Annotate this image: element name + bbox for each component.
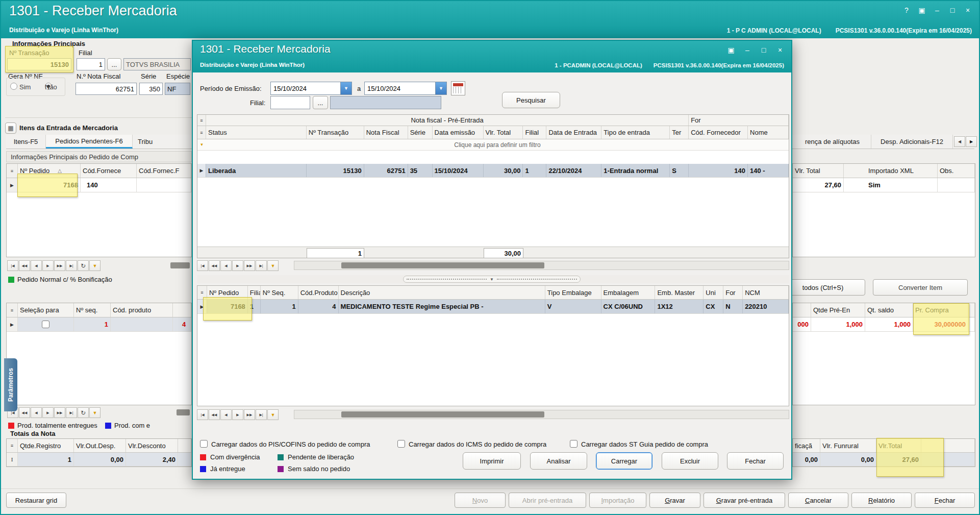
tab-pedidos-pendentes-f6[interactable]: Pedidos Pendentes-F6 <box>46 135 133 149</box>
modal-titlebar[interactable]: 1301 - Receber Mercadoria Distribuição e… <box>193 41 791 72</box>
col-header-nota-fiscal[interactable]: Nota Fiscal <box>364 126 408 139</box>
tab-diferenca-aliquotas[interactable]: rença de alíquotas <box>794 135 871 149</box>
pesquisar-button[interactable]: Pesquisar <box>502 92 560 108</box>
nota-fiscal-input[interactable]: 62751 <box>76 83 137 95</box>
gravar-pre-entrada-button[interactable]: Gravar pré-entrada <box>703 493 785 508</box>
col-header-data-emissao[interactable]: Data emissão <box>433 126 484 139</box>
restaurar-grid-button[interactable]: Restaurar grid <box>6 493 66 508</box>
filter-funnel-icon[interactable]: ▼ <box>267 409 279 420</box>
col-header-qtde-registro[interactable]: Qtde.Registro <box>18 439 74 452</box>
col-header-no-seq[interactable]: Nº seq. <box>74 303 111 317</box>
nav-next-page-icon[interactable]: ▶▶ <box>244 260 255 271</box>
refresh-icon[interactable]: ↻ <box>78 407 89 418</box>
totais-row[interactable]: I 1 0,00 2,40 <box>7 453 191 467</box>
minimize-icon[interactable]: – <box>742 45 752 55</box>
imprimir-button[interactable]: Imprimir <box>463 452 521 470</box>
especie-input[interactable]: NF <box>165 83 190 95</box>
col-header-importado-xml[interactable]: Importado XML <box>844 164 938 178</box>
splitter[interactable]: ▼ <box>197 275 789 283</box>
col-header-tipo-entrada[interactable]: Tipo de entrada <box>601 126 670 139</box>
splitter-collapse-icon[interactable]: ▼ <box>490 277 494 282</box>
filter-funnel-icon[interactable]: ▼ <box>89 260 100 271</box>
col-header-selecao[interactable]: Seleção para <box>18 303 74 317</box>
nav-prev-page-icon[interactable]: ◀◀ <box>209 409 220 420</box>
pis-cofins-checkbox[interactable] <box>200 440 208 448</box>
col-header-cod-produto[interactable]: Cód. produto <box>111 303 173 317</box>
parametros-tab[interactable]: Parâmetros <box>4 358 17 411</box>
cancelar-button[interactable]: Cancelar <box>788 493 848 508</box>
selecao-checkbox[interactable] <box>42 321 49 328</box>
col-header-filial[interactable]: Filial <box>523 126 546 139</box>
tab-tributacao[interactable]: Tribu <box>133 135 197 149</box>
col-header-cod-fornece[interactable]: Cód.Fornece <box>81 164 137 178</box>
close-icon[interactable]: × <box>963 5 973 15</box>
nav-next-icon[interactable]: ▶ <box>42 260 54 271</box>
filial-browse-button[interactable]: ... <box>107 58 121 70</box>
abrir-pre-entrada-button[interactable]: Abrir pré-entrada <box>509 493 586 508</box>
col-header-pr-compra[interactable]: Pr. Compra <box>913 303 968 317</box>
nav-prev-icon[interactable]: ◀ <box>31 407 42 418</box>
serie-input[interactable]: 350 <box>139 83 163 95</box>
col-header-embalagem[interactable]: Embalagem <box>601 286 656 299</box>
col-header-no-pedido[interactable]: Nº Pedido △ <box>18 164 81 178</box>
nav-next-page-icon[interactable]: ▶▶ <box>54 260 65 271</box>
nav-last-icon[interactable]: ▶| <box>66 407 77 418</box>
nav-prev-page-icon[interactable]: ◀◀ <box>209 260 220 271</box>
nav-next-icon[interactable]: ▶ <box>232 260 243 271</box>
grid-pedidos-hscroll[interactable] <box>170 262 190 268</box>
filter-funnel-icon[interactable]: ▼ <box>89 407 100 418</box>
col-header-no-pedido[interactable]: Nº Pedido <box>207 286 248 299</box>
excluir-button[interactable]: Excluir <box>662 452 718 470</box>
nav-first-icon[interactable]: |◀ <box>7 260 18 271</box>
col-header-cod-produto[interactable]: Cód.Produto <box>298 286 339 299</box>
tab-desp-adicionais-f12[interactable]: Desp. Adicionais-F12 <box>871 135 953 149</box>
nav-last-icon[interactable]: ▶| <box>256 260 267 271</box>
col-header-vlr-desconto[interactable]: Vlr.Desconto <box>126 439 178 452</box>
nav-prev-page-icon[interactable]: ◀◀ <box>19 260 30 271</box>
analisar-button[interactable]: Analisar <box>530 452 587 470</box>
col-header-status[interactable]: Status <box>206 126 307 139</box>
st-guia-checkbox[interactable] <box>570 440 577 448</box>
modal-filial-browse-button[interactable]: ... <box>313 96 328 109</box>
transacao-input[interactable]: 15130 <box>7 58 71 70</box>
minimize-icon[interactable]: – <box>932 5 942 15</box>
col-header-serie[interactable]: Série <box>408 126 433 139</box>
fechar-modal-button[interactable]: Fechar <box>727 452 784 470</box>
col-header-no-transacao[interactable]: Nº Transação <box>307 126 364 139</box>
chevron-down-icon[interactable]: ▼ <box>435 82 446 94</box>
col-header-no-seq[interactable]: Nº Seq. <box>261 286 298 299</box>
col-header-unidade[interactable]: Uni <box>703 286 723 299</box>
tab-scroll-right-icon[interactable]: ▶ <box>966 136 977 147</box>
refresh-icon[interactable]: ↻ <box>78 260 89 271</box>
grid-filter-row[interactable]: ▼ Clique aqui para definir um filtro <box>197 139 789 151</box>
filter-funnel-icon[interactable]: ▼ <box>267 260 279 271</box>
nav-next-icon[interactable]: ▶ <box>232 409 243 420</box>
col-header-vlr-out-desp[interactable]: Vlr.Out.Desp. <box>74 439 126 452</box>
col-header-vlr-total[interactable]: Vlr. Total <box>484 126 523 139</box>
grid-window-icon[interactable]: ▦ <box>5 122 16 134</box>
col-header-obs[interactable]: Obs. <box>938 164 975 178</box>
restore-icon[interactable]: ▣ <box>726 45 736 55</box>
tab-scroll-left-icon[interactable]: ◀ <box>954 136 965 147</box>
col-header-cod-fornec-f[interactable]: Cód.Fornec.F <box>137 164 191 178</box>
maximize-icon[interactable]: □ <box>947 5 958 15</box>
tab-itens-f5[interactable]: Itens-F5 <box>6 135 46 149</box>
grid-notas-hscroll-thumb[interactable] <box>341 262 544 268</box>
col-header-emb-master[interactable]: Emb. Master <box>655 286 703 299</box>
item-row-right[interactable]: 000 1,000 1,000 30,000000 <box>793 317 975 332</box>
totais-row-right[interactable]: 0,00 0,00 27,60 <box>793 453 975 467</box>
calendar-icon[interactable] <box>451 81 465 95</box>
col-header-cod-fornecedor[interactable]: Cód. Fornecedor <box>689 126 748 139</box>
splitter-handle[interactable]: ▼ <box>403 276 581 283</box>
filial-input[interactable]: 1 <box>77 58 105 70</box>
nav-last-icon[interactable]: ▶| <box>256 409 267 420</box>
nav-next-icon[interactable]: ▶ <box>42 407 54 418</box>
col-header-ncm[interactable]: NCM <box>743 286 789 299</box>
col-header-qt-saldo[interactable]: Qt. saldo <box>865 303 913 317</box>
col-header-filial[interactable]: Filia <box>248 286 261 299</box>
importacao-button[interactable]: Importação <box>589 493 646 508</box>
item-row[interactable]: ▶ 1 4 <box>7 317 191 332</box>
periodo-de-combo[interactable]: 15/10/2024 ▼ <box>270 82 352 95</box>
grid-itens-hscroll[interactable] <box>177 409 190 415</box>
help-icon[interactable]: ? <box>901 5 912 15</box>
